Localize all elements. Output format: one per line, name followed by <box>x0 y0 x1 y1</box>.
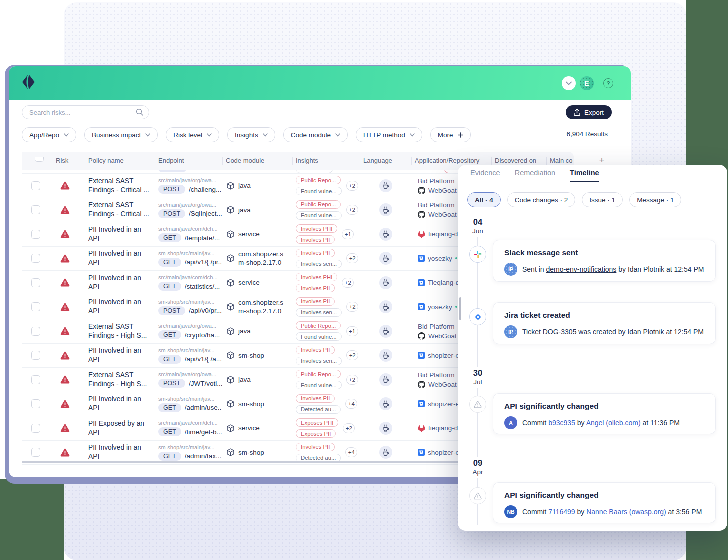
event-link[interactable]: 7116499 <box>548 508 575 516</box>
column-header-endpoint[interactable]: Endpoint <box>155 157 222 165</box>
more-insights-badge[interactable]: +2 <box>342 278 354 288</box>
row-checkbox[interactable] <box>31 254 40 263</box>
jira-icon <box>469 308 486 325</box>
more-insights-badge[interactable]: +2 <box>346 350 358 360</box>
event-link[interactable]: DOG-3305 <box>543 328 577 336</box>
column-header-risk[interactable]: Risk <box>49 157 85 165</box>
endpoint-source-path: sm-shop/src/main/jav... <box>158 250 219 256</box>
event-link[interactable]: b93c935 <box>548 419 575 427</box>
more-insights-badge[interactable]: +2 <box>346 253 358 263</box>
filter-chip-insights[interactable]: Insights <box>227 127 275 142</box>
code-module-name: sm-shop <box>238 351 264 360</box>
risk-critical-icon <box>60 254 70 263</box>
timeline-event-card[interactable]: Slack message sent IPSent in demo-env-no… <box>493 240 716 282</box>
column-header-language[interactable]: Language <box>360 157 411 165</box>
tab-timeline[interactable]: Timeline <box>570 169 599 182</box>
filter-chip-business-impact[interactable]: Business impact <box>84 127 158 142</box>
search-input[interactable] <box>22 105 149 119</box>
repository-name[interactable]: WebGoat <box>428 210 457 219</box>
row-checkbox[interactable] <box>31 278 40 287</box>
repository-name[interactable]: WebGoat <box>428 380 457 389</box>
more-insights-badge[interactable]: +2 <box>346 302 358 312</box>
more-insights-badge[interactable]: +2 <box>346 205 358 215</box>
more-insights-badge[interactable]: +1 <box>342 229 354 239</box>
application-name[interactable]: Bid Platform <box>418 176 455 186</box>
row-checkbox[interactable] <box>31 399 40 408</box>
filter-label: Code module <box>291 131 331 139</box>
more-insights-badge[interactable]: +2 <box>346 375 358 385</box>
filter-label: More <box>438 131 453 139</box>
column-header-insights[interactable]: Insights <box>292 157 360 165</box>
insight-pill: Found vulne... <box>296 332 342 341</box>
bitbucket-icon <box>418 303 425 310</box>
row-checkbox[interactable] <box>31 424 40 433</box>
risk-critical-icon <box>60 278 70 287</box>
more-insights-badge[interactable]: +2 <box>343 423 355 433</box>
column-header-application-repository[interactable]: Application/Repository <box>411 157 491 165</box>
panel-scrollbar[interactable] <box>459 297 461 320</box>
account-menu-button[interactable] <box>562 76 576 90</box>
row-checkbox[interactable] <box>31 205 40 214</box>
event-title: API significantly changed <box>504 402 704 411</box>
risk-critical-icon <box>60 375 70 384</box>
avatar[interactable]: E <box>580 76 594 90</box>
row-checkbox[interactable] <box>31 327 40 336</box>
insight-pill: Involves PHI <box>296 273 337 281</box>
timeline-chip-message-1[interactable]: Message · 1 <box>629 192 681 207</box>
row-checkbox[interactable] <box>31 181 40 190</box>
warning-triangle-icon <box>474 492 482 500</box>
timeline-event-card[interactable]: Jira ticket created IPTicket DOG-3305 wa… <box>493 302 716 344</box>
timeline-chip-issue-1[interactable]: Issue · 1 <box>582 192 623 207</box>
column-header-code-module[interactable]: Code module <box>222 157 292 165</box>
timeline-event-card[interactable]: API significantly changed ACommit b93c93… <box>493 393 716 434</box>
row-checkbox[interactable] <box>31 351 40 360</box>
more-insights-badge[interactable]: +4 <box>345 447 357 457</box>
repository-name[interactable]: yosezky <box>428 302 452 312</box>
application-name[interactable]: Bid Platform <box>418 370 455 380</box>
row-checkbox[interactable] <box>31 302 40 311</box>
code-module-icon <box>227 230 234 238</box>
avatar: A <box>504 416 517 429</box>
repository-name[interactable]: yosezky <box>428 254 452 263</box>
repository-name[interactable]: WebGoat <box>428 331 457 341</box>
code-module-name: sm-shop <box>238 400 264 408</box>
filter-chip-risk-level[interactable]: Risk level <box>166 127 219 142</box>
column-header-policy-name[interactable]: Policy name <box>85 157 155 165</box>
select-all-checkbox[interactable] <box>35 157 44 162</box>
language-badge <box>379 228 392 241</box>
export-button[interactable]: Export <box>566 105 612 119</box>
bitbucket-icon <box>418 255 425 262</box>
more-insights-badge[interactable]: +2 <box>346 181 358 191</box>
tab-evidence[interactable]: Evidence <box>470 169 500 182</box>
application-name[interactable]: Bid Platform <box>418 322 455 331</box>
endpoint-source-path: src/main/java/org/owa... <box>158 177 219 183</box>
application-name[interactable]: Bid Platform <box>418 200 455 210</box>
row-checkbox[interactable] <box>31 230 40 239</box>
event-link[interactable]: Nanne Baars (owasp.org) <box>586 508 666 516</box>
code-module-name: service <box>238 278 260 287</box>
filter-chip-more[interactable]: More <box>430 127 471 142</box>
help-icon[interactable]: ? <box>603 78 613 88</box>
row-checkbox[interactable] <box>31 375 40 384</box>
filter-chip-http-method[interactable]: HTTP method <box>356 127 422 142</box>
tab-remediation[interactable]: Remediation <box>515 169 555 182</box>
event-title: API significantly changed <box>504 491 704 500</box>
more-insights-badge[interactable]: +4 <box>345 399 357 409</box>
http-method-pill: POST <box>158 209 185 218</box>
column-header-discovered-on[interactable]: Discovered on <box>491 157 546 165</box>
language-badge <box>379 397 392 410</box>
filter-chip-app-repo[interactable]: App/Repo <box>22 127 76 142</box>
timeline-chip-all-4[interactable]: All · 4 <box>467 192 501 207</box>
plus-icon <box>458 132 463 138</box>
column-header-main-co[interactable]: Main co <box>546 157 574 165</box>
event-link[interactable]: demo-env-notifications <box>546 265 616 273</box>
row-checkbox[interactable] <box>31 448 40 457</box>
code-module-name: service <box>238 230 260 238</box>
more-insights-badge[interactable]: +1 <box>346 326 358 336</box>
timeline-chip-code-changes-2[interactable]: Code changes · 2 <box>507 192 576 207</box>
filter-bar: App/RepoBusiness impactRisk levelInsight… <box>22 127 471 142</box>
filter-chip-code-module[interactable]: Code module <box>283 127 348 142</box>
timeline-event-card[interactable]: API significantly changed NBCommit 71164… <box>493 482 716 523</box>
event-link[interactable]: Angel (olleb.com) <box>586 419 641 427</box>
repository-name[interactable]: WebGoat <box>428 186 457 195</box>
